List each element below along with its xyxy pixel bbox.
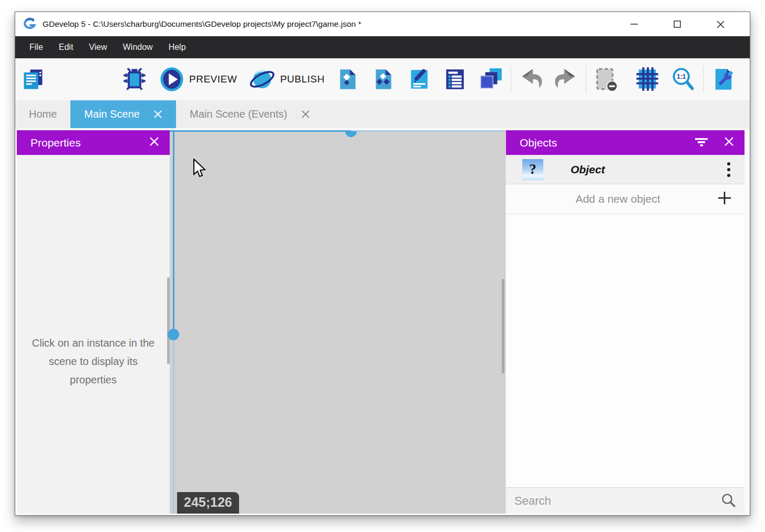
grid-button[interactable] [635, 67, 660, 92]
tab-home-label: Home [29, 108, 57, 120]
tab-home[interactable]: Home [15, 100, 70, 128]
properties-panel-header: Properties [17, 130, 170, 155]
tab-main-scene-events-label: Main Scene (Events) [190, 108, 287, 120]
add-object-label: Add a new object [519, 193, 717, 205]
objects-editor-button[interactable] [335, 67, 360, 92]
main-toolbar: PREVIEW PUBLISH [15, 58, 750, 100]
svg-text:1:1: 1:1 [677, 73, 686, 80]
add-object-plus-icon[interactable] [717, 191, 732, 207]
preview-button[interactable]: PREVIEW [159, 66, 237, 92]
properties-panel-body: Click on an instance in the scene to dis… [17, 155, 170, 514]
cursor-coordinates-badge: 245;126 [177, 492, 239, 514]
editor-tab-bar: Home Main Scene Main Scene (Events) [15, 100, 750, 128]
redo-icon [553, 67, 578, 92]
maximize-button[interactable] [663, 15, 692, 34]
scene-window-border-top [170, 130, 505, 132]
properties-close-icon[interactable] [149, 137, 159, 149]
menu-file[interactable]: File [22, 36, 51, 58]
close-button[interactable] [706, 15, 735, 34]
tab-main-scene-label: Main Scene [84, 108, 140, 120]
toolbar-separator [586, 66, 586, 93]
object-name: Object [571, 163, 605, 176]
window-title: GDevelop 5 - C:\Users\charburg\Documents… [43, 19, 361, 29]
tab-close-icon[interactable] [153, 110, 162, 119]
minimize-button[interactable] [619, 15, 649, 34]
objects-search-bar [506, 487, 745, 514]
menu-edit[interactable]: Edit [51, 36, 81, 58]
object-groups-button[interactable] [371, 67, 396, 92]
resize-handle-top[interactable] [345, 131, 357, 137]
instances-list-icon [443, 67, 467, 92]
mouse-cursor-icon [193, 159, 207, 179]
menu-view[interactable]: View [81, 36, 115, 58]
publish-label: PUBLISH [280, 74, 325, 85]
play-icon [159, 66, 185, 92]
tab-close-icon[interactable] [301, 110, 310, 119]
objects-list-empty-area [506, 214, 745, 487]
title-bar: GDevelop 5 - C:\Users\charburg\Documents… [15, 12, 750, 36]
object-list-item[interactable]: ? Object [506, 155, 745, 184]
gdevelop-logo-icon [22, 16, 37, 32]
objects-panel-header: Objects [506, 130, 745, 155]
publish-globe-icon [249, 66, 276, 92]
settings-button[interactable] [711, 67, 736, 92]
properties-empty-message: Click on an instance in the scene to dis… [17, 334, 170, 389]
tab-main-scene[interactable]: Main Scene [70, 100, 176, 128]
menu-bar: File Edit View Window Help [15, 36, 750, 58]
window-mask-button[interactable] [594, 67, 619, 92]
scene-window-border-left [173, 130, 174, 514]
publish-button[interactable]: PUBLISH [249, 66, 325, 92]
tab-main-scene-events[interactable]: Main Scene (Events) [176, 100, 324, 128]
redo-button[interactable] [553, 67, 578, 92]
grid-icon [635, 67, 660, 92]
wrench-icon [711, 67, 736, 92]
project-manager-button[interactable] [20, 67, 46, 92]
undo-button[interactable] [519, 67, 544, 92]
object-groups-icon [371, 67, 396, 92]
app-window: GDevelop 5 - C:\Users\charburg\Documents… [15, 12, 750, 516]
instances-list-button[interactable] [442, 67, 468, 92]
project-manager-icon [20, 67, 46, 92]
layers-icon [479, 67, 503, 92]
menu-help[interactable]: Help [161, 36, 194, 58]
zoom-reset-button[interactable]: 1:1 [670, 67, 696, 92]
toolbar-separator [511, 66, 511, 93]
add-object-row[interactable]: Add a new object [506, 184, 745, 214]
filter-icon[interactable] [695, 137, 708, 149]
preview-label: PREVIEW [189, 74, 237, 85]
properties-panel-title: Properties [30, 137, 81, 149]
object-thumbnail-icon: ? [522, 159, 543, 180]
debugger-button[interactable] [122, 67, 147, 92]
debug-bug-icon [122, 67, 147, 92]
menu-window[interactable]: Window [115, 36, 161, 58]
properties-panel: Properties Click on an instance in the s… [17, 130, 170, 514]
object-menu-kebab-icon[interactable] [727, 162, 731, 178]
zoom-one-to-one-icon: 1:1 [670, 67, 696, 92]
objects-panel: Objects ? Object [505, 130, 745, 514]
objects-search-input[interactable] [514, 494, 720, 508]
objects-panel-title: Objects [520, 137, 557, 149]
canvas-scrollbar[interactable] [502, 279, 504, 373]
toolbar-separator [703, 66, 704, 93]
edit-pencil-icon [407, 67, 431, 92]
editor-content: Properties Click on an instance in the s… [15, 128, 750, 515]
objects-close-icon[interactable] [724, 137, 734, 149]
layers-button[interactable] [478, 67, 503, 92]
scene-properties-button[interactable] [407, 67, 432, 92]
undo-icon [519, 67, 544, 92]
mask-icon [594, 66, 619, 92]
objects-document-icon [336, 67, 360, 92]
scene-canvas[interactable]: 245;126 [170, 130, 505, 514]
search-icon[interactable] [720, 492, 736, 510]
resize-handle-left[interactable] [168, 329, 179, 340]
